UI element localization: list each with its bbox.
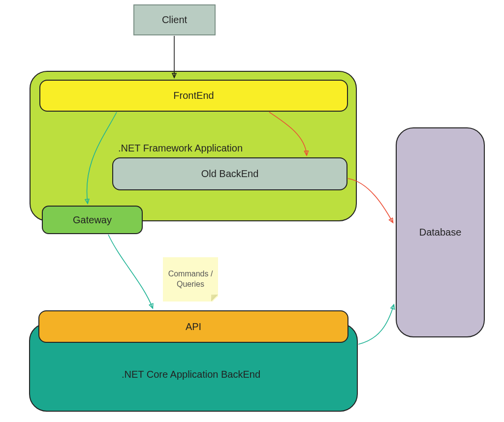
- node-net-framework-app-label: .NET Framework Application: [118, 143, 243, 154]
- node-api: API: [38, 310, 348, 343]
- node-frontend: FrontEnd: [39, 80, 348, 112]
- note-commands-queries: Commands / Queries: [163, 257, 218, 301]
- node-frontend-label: FrontEnd: [173, 90, 214, 101]
- node-old-backend-label: Old BackEnd: [201, 168, 259, 180]
- node-database: Database: [396, 127, 485, 337]
- node-client: Client: [133, 4, 216, 35]
- node-gateway-label: Gateway: [73, 214, 112, 226]
- node-old-backend: Old BackEnd: [112, 157, 347, 190]
- node-database-label: Database: [419, 227, 462, 238]
- edge-core-database: [358, 305, 394, 344]
- node-client-label: Client: [162, 14, 187, 26]
- node-gateway: Gateway: [42, 206, 143, 234]
- edge-gateway-api: [108, 235, 153, 308]
- note-commands-queries-text: Commands / Queries: [167, 269, 214, 290]
- node-net-core-backend-label: .NET Core Application BackEnd: [122, 369, 260, 380]
- node-api-label: API: [186, 321, 201, 332]
